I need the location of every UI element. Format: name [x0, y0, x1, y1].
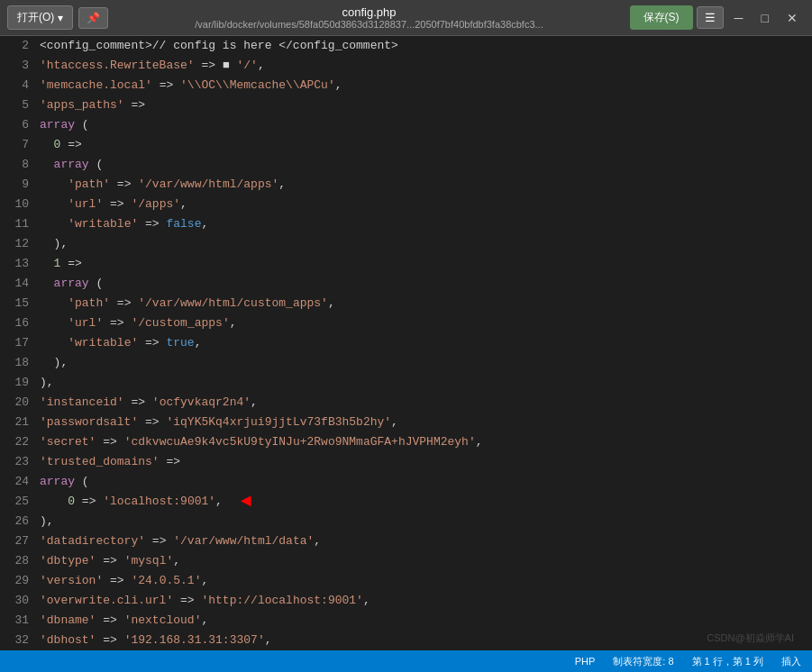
line-content: array ( — [36, 115, 812, 135]
titlebar-left: 打开(O) ▾ 📌 — [7, 5, 108, 30]
line-number: 22 — [0, 432, 36, 452]
line-content: 0 => — [36, 135, 812, 155]
table-row: 31'dbname' => 'nextcloud', — [0, 611, 812, 631]
table-row: 18 ), — [0, 353, 812, 373]
code-area[interactable]: 2<config_comment>// config is here </con… — [0, 36, 812, 650]
line-content: 'url' => '/apps', — [36, 195, 812, 214]
line-number: 31 — [0, 611, 36, 631]
red-arrow: ◄ — [241, 491, 251, 512]
table-row: 19), — [0, 373, 812, 393]
table-row: 20'instanceid' => 'ocfyvkaqr2n4', — [0, 393, 812, 413]
line-number: 15 — [0, 294, 36, 313]
editor: 2<config_comment>// config is here </con… — [0, 36, 812, 650]
language-indicator[interactable]: PHP — [575, 656, 596, 667]
line-content: 'memcache.local' => '\\OC\\Memcache\\APC… — [36, 76, 812, 95]
code-table: 2<config_comment>// config is here </con… — [0, 36, 812, 650]
line-content: array ( — [36, 274, 812, 294]
title-path: /var/lib/docker/volumes/58fa050d3863d312… — [195, 19, 543, 30]
line-content: 0 => 'localhost:9001',◄ — [36, 492, 812, 512]
line-content: 'secret' => 'cdkvwcuAe9k4vc5kU9tyINJu+2R… — [36, 432, 812, 452]
table-row: 3'htaccess.RewriteBase' => ■ '/', — [0, 56, 812, 76]
line-number: 21 — [0, 413, 36, 432]
table-row: 11 'writable' => false, — [0, 214, 812, 234]
table-row: 2<config_comment>// config is here </con… — [0, 36, 812, 56]
line-number: 6 — [0, 115, 36, 135]
table-row: 21'passwordsalt' => 'iqYK5Kq4xrjui9jjtLv… — [0, 413, 812, 432]
line-content: 'url' => '/custom_apps', — [36, 313, 812, 333]
line-number: 18 — [0, 353, 36, 373]
table-row: 13 1 => — [0, 254, 812, 274]
line-content: 'passwordsalt' => 'iqYK5Kq4xrjui9jjtLv73… — [36, 413, 812, 432]
line-number: 23 — [0, 452, 36, 472]
table-row: 24array ( — [0, 472, 812, 492]
pin-button[interactable]: 📌 — [78, 7, 108, 29]
table-row: 27'datadirectory' => '/var/www/html/data… — [0, 531, 812, 551]
line-number: 27 — [0, 531, 36, 551]
titlebar-right: 保存(S) ☰ ─ □ ✕ — [630, 5, 805, 30]
table-row: 14 array ( — [0, 274, 812, 294]
line-number: 26 — [0, 512, 36, 531]
line-content: 'dbhost' => '192.168.31.31:3307', — [36, 631, 812, 650]
line-number: 11 — [0, 214, 36, 234]
line-content: 'datadirectory' => '/var/www/html/data', — [36, 531, 812, 551]
table-row: 17 'writable' => true, — [0, 333, 812, 353]
line-content: 'dbtype' => 'mysql', — [36, 551, 812, 571]
line-content: 'writable' => true, — [36, 333, 812, 353]
tab-size-indicator[interactable]: 制表符宽度: 8 — [613, 655, 673, 668]
line-number: 13 — [0, 254, 36, 274]
table-row: 25 0 => 'localhost:9001',◄ — [0, 492, 812, 512]
table-row: 23'trusted_domains' => — [0, 452, 812, 472]
line-number: 3 — [0, 56, 36, 76]
minimize-button[interactable]: ─ — [727, 7, 751, 29]
open-button[interactable]: 打开(O) ▾ — [7, 5, 73, 30]
line-number: 29 — [0, 571, 36, 591]
line-content: 'overwrite.cli.url' => 'http://localhost… — [36, 591, 812, 611]
statusbar: PHP 制表符宽度: 8 第 1 行，第 1 列 插入 — [0, 650, 812, 672]
open-dropdown-icon: ▾ — [58, 12, 63, 24]
table-row: 10 'url' => '/apps', — [0, 195, 812, 214]
table-row: 6array ( — [0, 115, 812, 135]
line-number: 32 — [0, 631, 36, 650]
table-row: 32'dbhost' => '192.168.31.31:3307', — [0, 631, 812, 650]
line-content: 'path' => '/var/www/html/custom_apps', — [36, 294, 812, 313]
open-label: 打开(O) — [17, 10, 54, 25]
table-row: 22'secret' => 'cdkvwcuAe9k4vc5kU9tyINJu+… — [0, 432, 812, 452]
line-content: 'instanceid' => 'ocfyvkaqr2n4', — [36, 393, 812, 413]
table-row: 28'dbtype' => 'mysql', — [0, 551, 812, 571]
line-content: 'apps_paths' => — [36, 95, 812, 115]
table-row: 9 'path' => '/var/www/html/apps', — [0, 175, 812, 195]
line-number: 24 — [0, 472, 36, 492]
line-content: 'path' => '/var/www/html/apps', — [36, 175, 812, 195]
line-content: 1 => — [36, 254, 812, 274]
line-content: ), — [36, 373, 812, 393]
line-content: array ( — [36, 472, 812, 492]
line-number: 10 — [0, 195, 36, 214]
menu-button[interactable]: ☰ — [697, 6, 724, 29]
line-number: 8 — [0, 155, 36, 175]
table-row: 15 'path' => '/var/www/html/custom_apps'… — [0, 294, 812, 313]
line-content: 'dbname' => 'nextcloud', — [36, 611, 812, 631]
line-content: array ( — [36, 155, 812, 175]
line-content: 'writable' => false, — [36, 214, 812, 234]
table-row: 16 'url' => '/custom_apps', — [0, 313, 812, 333]
table-row: 8 array ( — [0, 155, 812, 175]
table-row: 30'overwrite.cli.url' => 'http://localho… — [0, 591, 812, 611]
line-number: 4 — [0, 76, 36, 95]
line-number: 20 — [0, 393, 36, 413]
table-row: 26), — [0, 512, 812, 531]
line-content: ), — [36, 512, 812, 531]
line-number: 16 — [0, 313, 36, 333]
table-row: 12 ), — [0, 234, 812, 254]
titlebar: 打开(O) ▾ 📌 config.php /var/lib/docker/vol… — [0, 0, 812, 36]
line-number: 12 — [0, 234, 36, 254]
line-content: <config_comment>// config is here </conf… — [36, 36, 812, 56]
line-content: 'trusted_domains' => — [36, 452, 812, 472]
maximize-button[interactable]: □ — [754, 7, 776, 29]
line-number: 9 — [0, 175, 36, 195]
line-number: 28 — [0, 551, 36, 571]
table-row: 5'apps_paths' => — [0, 95, 812, 115]
close-button[interactable]: ✕ — [780, 7, 805, 29]
line-number: 5 — [0, 95, 36, 115]
line-content: 'htaccess.RewriteBase' => ■ '/', — [36, 56, 812, 76]
save-button[interactable]: 保存(S) — [630, 5, 693, 30]
